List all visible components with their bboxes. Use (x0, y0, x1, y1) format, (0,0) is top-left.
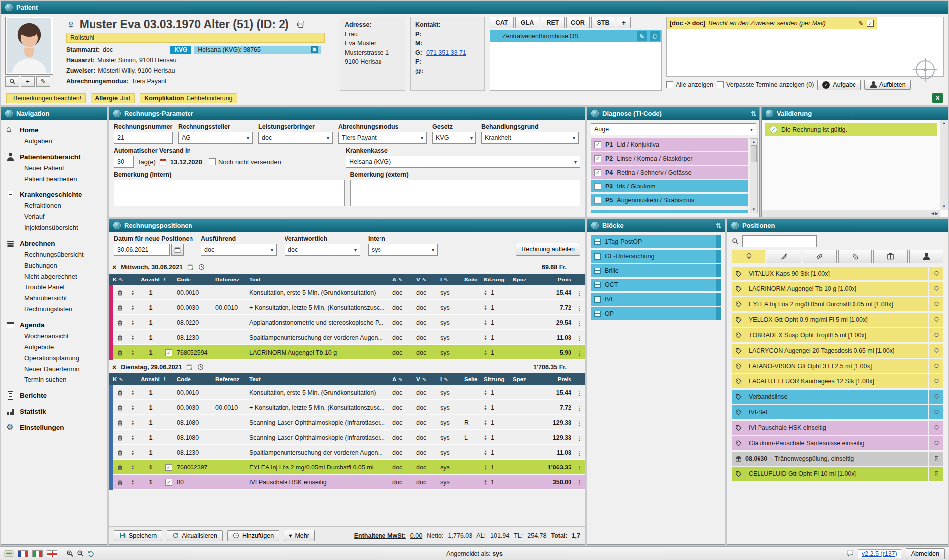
delete-row-button[interactable] (113, 405, 126, 411)
excel-export-icon[interactable]: X (932, 93, 943, 103)
language-english-flag[interactable] (47, 550, 57, 557)
item-action-button[interactable] (929, 313, 943, 327)
checkbox[interactable] (209, 158, 216, 165)
diagnose-item[interactable]: ✓ P4 Retina / Sehnerv / Gefässe (591, 166, 748, 179)
delete-diagnosis-icon[interactable] (650, 31, 660, 41)
speichern-button[interactable]: Speichern (114, 530, 162, 541)
positionen-tab-favorites[interactable] (732, 250, 765, 263)
nav-section-header[interactable]: Krankengeschichte (5, 189, 103, 200)
verantwortlich-select[interactable]: doc ▾ (285, 244, 360, 256)
row-menu-icon[interactable]: ⋮ (574, 349, 585, 357)
row-order-stepper[interactable]: ▲▼ (131, 305, 135, 311)
invoice-row[interactable]: ▲▼ 1 ✓ 08.1080 Scanning-Laser-Ophthalmos… (109, 430, 585, 445)
photo-zoom-button[interactable] (5, 76, 19, 87)
sitzung-stepper[interactable]: ▲▼ (484, 479, 487, 486)
row-order-stepper[interactable]: ▲▼ (131, 390, 135, 396)
position-item[interactable]: VITALUX Kaps 90 Stk [1.00x] (732, 267, 943, 280)
exclude-checkbox[interactable]: ✓ (165, 349, 172, 356)
row-order-stepper[interactable]: ▲▼ (131, 465, 135, 471)
position-item[interactable]: Verbandslinse (732, 390, 943, 404)
checkbox[interactable] (717, 81, 724, 88)
photo-edit-button[interactable]: ✎ (36, 76, 50, 87)
diagnose-scrollbar[interactable]: ▲ ≡ ▼ (750, 138, 758, 213)
exclude-checkbox[interactable]: ✓ (165, 464, 172, 471)
version-link[interactable]: v2.2.5 (r137) (858, 549, 901, 558)
row-order-stepper[interactable]: ▲▼ (131, 320, 135, 326)
language-italian-flag[interactable] (32, 550, 43, 557)
nav-item[interactable]: Operationsplanung (24, 353, 103, 364)
row-order-stepper[interactable]: ▲▼ (131, 405, 135, 411)
diagnose-sort-icon[interactable]: ⇅ (751, 110, 756, 118)
delete-row-button[interactable] (113, 290, 126, 296)
nav-item[interactable]: Verlauf (24, 211, 103, 222)
invoice-row[interactable]: ▲▼ 1 ✓ 00.0030 00.0010 + Konsultation, l… (109, 300, 585, 315)
edit-note-icon[interactable]: ✎ (858, 20, 864, 27)
calendar-add-icon[interactable] (187, 264, 194, 271)
delete-row-button[interactable] (113, 350, 126, 356)
nav-item[interactable]: Wochenansicht (24, 331, 103, 342)
row-menu-icon[interactable]: ⋮ (574, 334, 585, 342)
keyboard-icon[interactable] (4, 550, 14, 557)
nav-section-header[interactable]: Agenda (5, 319, 103, 331)
position-item[interactable]: 08.0630 - Tränenwegspülung, einseitig (732, 452, 943, 466)
delete-row-button[interactable] (113, 465, 126, 471)
bemerkung-extern-textarea[interactable] (350, 180, 581, 206)
note-entry[interactable]: [doc -> doc] Bericht an den Zuweiser sen… (667, 17, 877, 29)
aufgabe-button[interactable]: ✓ Aufgabe (817, 80, 861, 90)
block-item[interactable]: 1Tag-PostOP (591, 235, 721, 248)
row-menu-icon[interactable]: ⋮ (574, 449, 585, 457)
alle-anzeigen-checkbox[interactable]: Alle anzeigen (666, 81, 713, 88)
positionen-tab-custom[interactable] (909, 250, 943, 263)
positionen-tab-medication[interactable] (803, 250, 837, 263)
invoice-parameter-control[interactable]: AG ▾ (178, 132, 253, 144)
diagnose-checkbox[interactable]: ✓ (594, 183, 601, 190)
row-menu-icon[interactable]: ⋮ (574, 419, 585, 427)
diagnose-item[interactable]: ✓ P1 Lid / Konjuktiva (591, 138, 748, 151)
row-order-stepper[interactable]: ▲▼ (131, 450, 135, 456)
row-menu-icon[interactable]: ⋮ (574, 434, 585, 442)
chat-icon[interactable] (846, 550, 854, 557)
bloecke-sort-icon[interactable]: ⇅ (716, 222, 721, 230)
position-item[interactable]: LACRYCON Augengel 20 Tagesdosis 0.65 ml … (732, 344, 943, 358)
patient-schema-tab[interactable]: STB (591, 17, 615, 28)
diagnose-item[interactable]: ✓ P2 Linse / Kornea / Glaskörper (591, 152, 748, 165)
row-order-stepper[interactable]: ▲▼ (131, 290, 135, 296)
row-menu-icon[interactable]: ⋮ (574, 319, 585, 327)
noch-nicht-versenden-checkbox[interactable]: Noch nicht versenden (209, 158, 281, 166)
sitzung-stepper[interactable]: ▲▼ (484, 320, 487, 326)
block-item[interactable]: IVI (591, 293, 721, 306)
contact-value[interactable]: 071 351 33 71 (426, 48, 466, 58)
nav-section-header[interactable]: Berichte (5, 390, 103, 401)
row-menu-icon[interactable]: ⋮ (574, 304, 585, 312)
row-menu-icon[interactable]: ⋮ (574, 464, 585, 471)
mwst-value[interactable]: 0.00 (410, 532, 422, 539)
sitzung-stepper[interactable]: ▲▼ (484, 290, 487, 296)
invoice-parameter-control[interactable]: Krankheit ▾ (481, 132, 579, 144)
clock-icon[interactable] (197, 364, 204, 370)
item-action-button[interactable] (929, 467, 943, 481)
delete-row-button[interactable] (113, 335, 126, 341)
validation-vscrollbar[interactable]: ▲▼ (940, 120, 948, 210)
invoice-row[interactable]: ▲▼ 1 ✓ 08.0220 Applanationstonometrie un… (109, 315, 585, 330)
aktualisieren-button[interactable]: Aktualisieren (167, 530, 223, 541)
invoice-row[interactable]: ▲▼ 1 ✓ 08.1230 Spaltlampenuntersuchung d… (109, 330, 585, 345)
sitzung-stepper[interactable]: ▲▼ (484, 390, 487, 396)
invoice-row[interactable]: ▲▼ 1 ✓ 768062397 EYLEA Inj Lös 2 mg/0.05… (109, 460, 585, 475)
invoice-row[interactable]: ▲▼ 1 ✓ 08.1230 Spaltlampenuntersuchung d… (109, 445, 585, 460)
row-menu-icon[interactable]: ⋮ (574, 389, 585, 397)
block-drag-handle[interactable] (716, 307, 721, 320)
invoice-parameter-control[interactable]: KVG ▾ (432, 132, 476, 144)
positionen-tab-tarmed[interactable] (767, 250, 801, 263)
language-french-flag[interactable] (18, 550, 28, 557)
nav-item[interactable]: Patient bearbeiten (24, 174, 103, 185)
invoice-parameter-control[interactable]: 21 ▾ (114, 132, 173, 144)
sitzung-stepper[interactable]: ▲▼ (484, 435, 487, 441)
checkbox[interactable] (666, 81, 673, 88)
diagnosis-entry[interactable]: Zentralvenenthrombose OS ✎ (490, 30, 661, 42)
hinzufuegen-button[interactable]: Hinzufügen (227, 530, 279, 541)
patient-photo[interactable] (5, 17, 53, 75)
item-action-button[interactable] (929, 297, 943, 311)
exclude-checkbox[interactable]: ✓ (165, 479, 172, 486)
row-menu-icon[interactable]: ⋮ (574, 404, 585, 412)
positionen-tab-package[interactable] (873, 250, 907, 263)
